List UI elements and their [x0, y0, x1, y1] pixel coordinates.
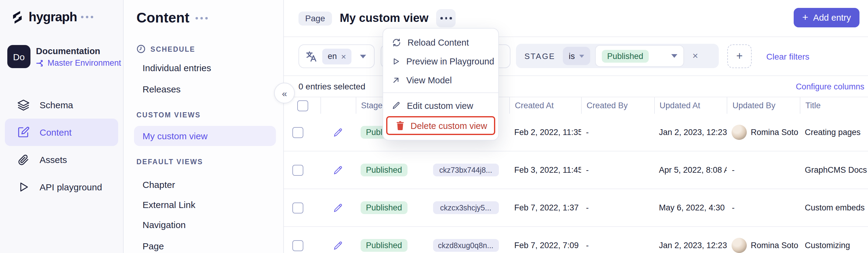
menu-item-edit-custom-view[interactable]: Edit custom view: [383, 96, 498, 115]
user-avatar: [732, 125, 747, 140]
pencil-icon: [392, 101, 401, 110]
delete-highlight-box: Delete custom view: [386, 116, 495, 135]
sidebar-rail: hygraph Do Documentation Master Environm…: [0, 0, 124, 253]
operator-dropdown[interactable]: is: [562, 47, 590, 65]
panel-item-page[interactable]: Page: [143, 241, 164, 251]
menu-item-preview-in-playground[interactable]: Preview in Playground: [383, 52, 498, 71]
table-row[interactable]: Published Feb 2, 2022, 11:35 - Jan 2, 20…: [284, 114, 868, 151]
remove-stage-filter-icon[interactable]: ×: [692, 50, 698, 62]
row-checkbox[interactable]: [292, 165, 303, 176]
column-header-title[interactable]: Title: [800, 97, 868, 114]
panel-item-my-custom-view[interactable]: My custom view: [134, 126, 276, 146]
collapse-panel-button[interactable]: «: [274, 83, 295, 103]
created-at-cell: Feb 7, 2022, 1:37 P: [509, 203, 581, 212]
plus-icon: +: [736, 50, 743, 63]
edit-entry-icon[interactable]: [333, 202, 344, 213]
panel-item-navigation[interactable]: Navigation: [143, 220, 186, 230]
menu-item-view-model[interactable]: View Model: [383, 71, 498, 89]
created-by-cell: -: [581, 128, 654, 137]
clear-filters-link[interactable]: Clear filters: [766, 37, 809, 75]
table-row[interactable]: Published ckzcx3shcjy5... Feb 7, 2022, 1…: [284, 189, 868, 227]
edit-entry-icon[interactable]: [333, 165, 344, 176]
main-area: Page My custom view + Add entry « en ×: [284, 0, 868, 253]
locale-filter[interactable]: en ×: [299, 44, 375, 68]
user-avatar: [732, 238, 747, 253]
panel-item-individual-entries[interactable]: Individual entries: [143, 63, 211, 73]
app-root: hygraph Do Documentation Master Environm…: [0, 0, 868, 253]
stage-filter: STAGE is Published ×: [516, 44, 719, 68]
selection-bar: 0 entries selected Configure columns: [284, 76, 868, 97]
sidebar-item-label: Schema: [40, 100, 73, 110]
menu-item-delete-custom-view[interactable]: Delete custom view: [388, 117, 494, 134]
table-header: Stage Created At Created By Updated At U…: [284, 97, 868, 114]
entry-id-chip[interactable]: ckzcx3shcjy5...: [433, 201, 499, 214]
page-title: My custom view: [340, 11, 428, 25]
chevron-down-icon: [579, 55, 584, 58]
sidebar-item-label: Assets: [40, 154, 67, 165]
content-views-panel: Content SCHEDULE Individual entries Rele…: [124, 0, 284, 253]
panel-title: Content: [136, 10, 189, 26]
updated-at-cell: Jan 2, 2023, 12:23: [654, 241, 727, 250]
ellipsis-icon: [440, 17, 452, 20]
column-header-created-by[interactable]: Created By: [581, 97, 654, 114]
translate-icon: [305, 50, 317, 62]
add-filter-button[interactable]: +: [727, 44, 752, 68]
environment-link[interactable]: Master Environment: [36, 59, 121, 68]
view-header: Page My custom view + Add entry: [284, 0, 868, 37]
sidebar-item-content[interactable]: Content: [5, 118, 118, 146]
add-entry-button[interactable]: + Add entry: [794, 8, 860, 27]
panel-item-chapter[interactable]: Chapter: [143, 179, 175, 190]
edit-entry-icon[interactable]: [333, 240, 344, 251]
workspace-menu-icon[interactable]: [81, 16, 93, 18]
workspace-switcher[interactable]: Do Documentation Master Environment: [0, 24, 123, 68]
edit-entry-icon[interactable]: [333, 127, 344, 138]
menu-item-reload-content[interactable]: Reload Content: [383, 33, 498, 52]
entry-id-chip[interactable]: ckz73bx744j8...: [433, 164, 499, 176]
stage-filter-label: STAGE: [524, 51, 555, 61]
panel-item-releases[interactable]: Releases: [143, 84, 181, 94]
sidebar-item-label: API playground: [40, 182, 102, 192]
default-views-section-label: DEFAULT VIEWS: [136, 158, 203, 166]
remove-locale-icon[interactable]: ×: [341, 51, 346, 61]
trash-icon: [396, 121, 404, 130]
chevrons-left-icon: «: [282, 88, 287, 98]
menu-divider: [383, 93, 498, 93]
stage-value-chip: Published: [601, 49, 649, 62]
title-cell: GraphCMS Docs: [800, 166, 868, 175]
panel-menu-icon[interactable]: [195, 17, 208, 19]
stage-value-select[interactable]: Published: [595, 45, 684, 67]
play-outline-icon: [392, 57, 400, 65]
reload-icon: [392, 37, 401, 47]
title-cell: Creating pages: [800, 128, 868, 137]
configure-columns-link[interactable]: Configure columns: [796, 82, 864, 91]
stage-badge: Published: [361, 239, 408, 252]
project-avatar: Do: [7, 45, 30, 68]
row-checkbox[interactable]: [292, 240, 303, 251]
table-row[interactable]: Published ckzd8xug0q8n... Feb 7, 2022, 7…: [284, 227, 868, 253]
updated-at-cell: May 6, 2022, 4:30: [654, 203, 727, 212]
stage-badge: Published: [361, 201, 408, 214]
view-options-button[interactable]: [436, 9, 456, 27]
sidebar-item-assets[interactable]: Assets: [5, 146, 118, 173]
locale-chip[interactable]: en ×: [322, 48, 351, 64]
updated-by-cell: -: [727, 166, 800, 175]
model-badge: Page: [299, 11, 332, 25]
column-header-updated-by[interactable]: Updated By: [727, 97, 800, 114]
sidebar-item-schema[interactable]: Schema: [5, 91, 118, 118]
sidebar-item-api-playground[interactable]: API playground: [5, 173, 118, 201]
clock-icon: [136, 44, 146, 53]
view-options-menu: Reload Content Preview in Playground Vie…: [382, 28, 499, 141]
panel-item-external-link[interactable]: External Link: [143, 200, 195, 210]
row-checkbox[interactable]: [292, 202, 303, 213]
row-checkbox[interactable]: [292, 127, 303, 138]
column-header-updated-at[interactable]: Updated At: [654, 97, 727, 114]
created-by-cell: -: [581, 203, 654, 212]
layers-icon: [17, 99, 30, 111]
selection-count: 0 entries selected: [299, 81, 365, 91]
entry-id-chip[interactable]: ckzd8xug0q8n...: [433, 239, 499, 252]
table-row[interactable]: Published ckz73bx744j8... Feb 3, 2022, 1…: [284, 151, 868, 189]
custom-views-section-label: CUSTOM VIEWS: [136, 111, 201, 118]
column-header-created-at[interactable]: Created At: [509, 97, 581, 114]
updated-at-cell: Apr 5, 2022, 8:08 A: [654, 166, 727, 175]
select-all-checkbox[interactable]: [297, 100, 308, 111]
